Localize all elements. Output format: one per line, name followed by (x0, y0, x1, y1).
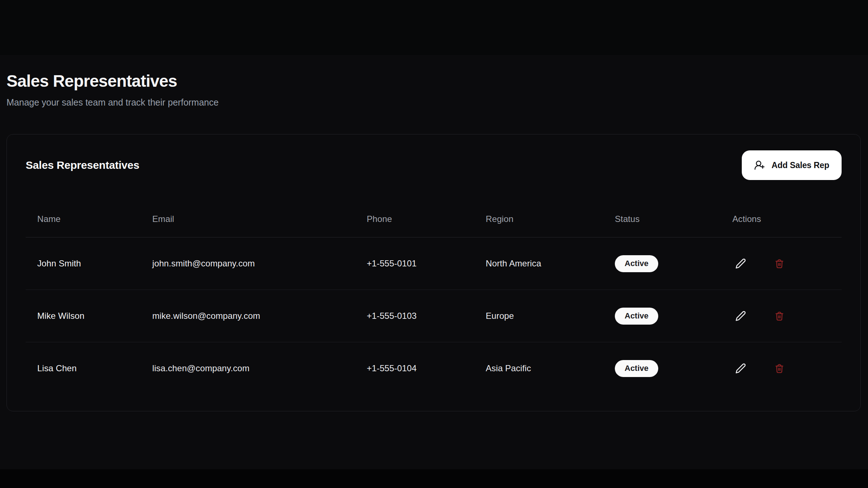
table-header-row: Name Email Phone Region Status Actions (26, 193, 842, 237)
trash-icon (774, 311, 785, 321)
sales-reps-table: Name Email Phone Region Status Actions J… (26, 193, 842, 394)
edit-button[interactable] (732, 360, 749, 377)
column-header-name: Name (26, 193, 141, 237)
pencil-icon (735, 363, 746, 374)
rep-region: Asia Pacific (474, 342, 603, 395)
trash-icon (774, 258, 785, 269)
delete-button[interactable] (771, 255, 788, 272)
status-badge: Active (615, 360, 658, 377)
main-content: Sales Representatives Manage your sales … (7, 0, 861, 411)
delete-button[interactable] (771, 308, 788, 324)
column-header-region: Region (474, 193, 603, 237)
rep-name: John Smith (26, 237, 141, 290)
pencil-icon (735, 258, 746, 269)
rep-phone: +1-555-0104 (355, 342, 474, 395)
delete-button[interactable] (771, 360, 788, 377)
status-badge: Active (615, 308, 658, 325)
edit-button[interactable] (732, 308, 749, 324)
rep-email: mike.wilson@company.com (141, 290, 355, 342)
page-title: Sales Representatives (7, 72, 861, 91)
rep-phone: +1-555-0103 (355, 290, 474, 342)
edit-button[interactable] (732, 255, 749, 272)
rep-email: john.smith@company.com (141, 237, 355, 290)
trash-icon (774, 363, 785, 374)
page-subtitle: Manage your sales team and track their p… (7, 97, 861, 108)
column-header-status: Status (603, 193, 721, 237)
bottom-background-band (0, 469, 868, 488)
rep-name: Lisa Chen (26, 342, 141, 395)
user-plus-icon (754, 160, 765, 171)
table-row: John Smith john.smith@company.com +1-555… (26, 237, 842, 290)
table-row: Mike Wilson mike.wilson@company.com +1-5… (26, 290, 842, 342)
sales-reps-card: Sales Representatives Add Sales Rep (7, 134, 861, 411)
rep-name: Mike Wilson (26, 290, 141, 342)
rep-phone: +1-555-0101 (355, 237, 474, 290)
column-header-email: Email (141, 193, 355, 237)
rep-email: lisa.chen@company.com (141, 342, 355, 395)
rep-region: North America (474, 237, 603, 290)
add-sales-rep-button[interactable]: Add Sales Rep (742, 150, 842, 180)
card-header: Sales Representatives Add Sales Rep (26, 150, 842, 180)
column-header-phone: Phone (355, 193, 474, 237)
add-button-label: Add Sales Rep (771, 160, 829, 170)
rep-region: Europe (474, 290, 603, 342)
card-title: Sales Representatives (26, 159, 139, 171)
column-header-actions: Actions (721, 193, 842, 237)
pencil-icon (735, 311, 746, 321)
status-badge: Active (615, 255, 658, 272)
table-row: Lisa Chen lisa.chen@company.com +1-555-0… (26, 342, 842, 395)
